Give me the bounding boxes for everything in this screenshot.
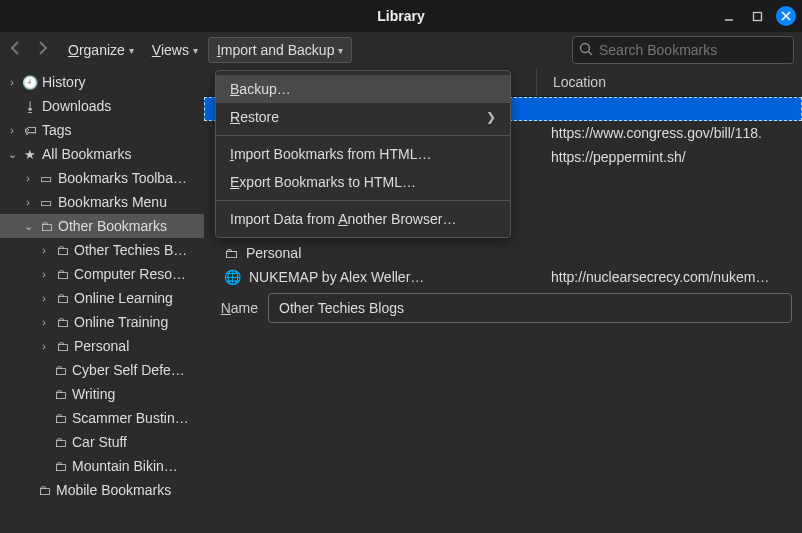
- tree-computer-resources[interactable]: ›🗀Computer Reso…: [0, 262, 204, 286]
- column-location-header[interactable]: Location: [537, 74, 802, 90]
- toolbar: Organize▾ Views▾ Import and Backup▾: [0, 32, 802, 68]
- folder-icon: 🗀: [54, 339, 70, 354]
- tree-tags[interactable]: ›🏷Tags: [0, 118, 204, 142]
- menu-restore[interactable]: Restore❯: [216, 103, 510, 131]
- views-menu-button[interactable]: Views▾: [144, 38, 206, 62]
- details-panel: Name: [204, 289, 802, 327]
- folder-icon: ▭: [38, 171, 54, 186]
- search-input[interactable]: [599, 42, 787, 58]
- window-title: Library: [0, 8, 802, 24]
- tag-icon: 🏷: [22, 123, 38, 138]
- list-row[interactable]: 🗀Personal: [204, 241, 802, 265]
- tree-scammer-busting[interactable]: 🗀Scammer Bustin…: [0, 406, 204, 430]
- menu-import-browser[interactable]: Import Data from Another Browser…: [216, 205, 510, 233]
- menu-import-html[interactable]: Import Bookmarks from HTML…: [216, 140, 510, 168]
- folder-icon: 🗀: [54, 315, 70, 330]
- import-backup-menu-button[interactable]: Import and Backup▾: [208, 37, 353, 63]
- sidebar-tree[interactable]: ›🕘History ⭳Downloads ›🏷Tags ⌄★All Bookma…: [0, 68, 204, 533]
- star-icon: ★: [22, 147, 38, 162]
- tree-all-bookmarks[interactable]: ⌄★All Bookmarks: [0, 142, 204, 166]
- svg-rect-1: [753, 12, 761, 20]
- folder-icon: ▭: [38, 195, 54, 210]
- folder-icon: 🗀: [36, 483, 52, 498]
- folder-icon: 🗀: [224, 245, 238, 261]
- chevron-down-icon: ▾: [193, 45, 198, 56]
- chevron-right-icon: ❯: [486, 110, 496, 124]
- import-backup-dropdown: Backup… Restore❯ Import Bookmarks from H…: [215, 70, 511, 238]
- menu-separator: [216, 135, 510, 136]
- menu-backup[interactable]: Backup…: [216, 75, 510, 103]
- tree-writing[interactable]: 🗀Writing: [0, 382, 204, 406]
- close-button[interactable]: [776, 6, 796, 26]
- tree-history[interactable]: ›🕘History: [0, 70, 204, 94]
- tree-car-stuff[interactable]: 🗀Car Stuff: [0, 430, 204, 454]
- folder-icon: 🗀: [54, 243, 70, 258]
- tree-mobile-bookmarks[interactable]: 🗀Mobile Bookmarks: [0, 478, 204, 502]
- nav-arrows: [6, 40, 52, 61]
- tree-other-techies[interactable]: ›🗀Other Techies B…: [0, 238, 204, 262]
- details-name-label: Name: [214, 300, 258, 316]
- folder-icon: 🗀: [52, 363, 68, 378]
- minimize-button[interactable]: [720, 7, 738, 25]
- library-window: Library Organize▾ Views▾: [0, 0, 802, 533]
- menu-separator: [216, 200, 510, 201]
- menu-export-html[interactable]: Export Bookmarks to HTML…: [216, 168, 510, 196]
- tree-bookmarks-toolbar[interactable]: ›▭Bookmarks Toolba…: [0, 166, 204, 190]
- tree-personal[interactable]: ›🗀Personal: [0, 334, 204, 358]
- tree-mountain-biking[interactable]: 🗀Mountain Bikin…: [0, 454, 204, 478]
- maximize-button[interactable]: [748, 7, 766, 25]
- folder-icon: 🗀: [52, 459, 68, 474]
- window-controls: [720, 6, 796, 26]
- folder-icon: 🗀: [54, 291, 70, 306]
- chevron-down-icon: ▾: [338, 45, 343, 56]
- titlebar: Library: [0, 0, 802, 32]
- forward-button[interactable]: [32, 40, 52, 61]
- svg-point-4: [581, 43, 590, 52]
- folder-icon: 🗀: [52, 387, 68, 402]
- svg-line-5: [589, 51, 593, 55]
- search-box[interactable]: [572, 36, 794, 64]
- folder-icon: 🗀: [54, 267, 70, 282]
- tree-bookmarks-menu[interactable]: ›▭Bookmarks Menu: [0, 190, 204, 214]
- organize-menu-button[interactable]: Organize▾: [60, 38, 142, 62]
- folder-icon: 🗀: [38, 219, 54, 234]
- list-row[interactable]: 🌐NUKEMAP by Alex Weller… http://nuclears…: [204, 265, 802, 289]
- tree-online-training[interactable]: ›🗀Online Training: [0, 310, 204, 334]
- folder-icon: 🗀: [52, 411, 68, 426]
- chevron-down-icon: ▾: [129, 45, 134, 56]
- tree-cyber-self-defense[interactable]: 🗀Cyber Self Defe…: [0, 358, 204, 382]
- tree-online-learning[interactable]: ›🗀Online Learning: [0, 286, 204, 310]
- clock-icon: 🕘: [22, 75, 38, 90]
- back-button[interactable]: [6, 40, 26, 61]
- details-name-input[interactable]: [268, 293, 792, 323]
- folder-icon: 🗀: [52, 435, 68, 450]
- download-icon: ⭳: [22, 99, 38, 114]
- tree-other-bookmarks[interactable]: ⌄🗀Other Bookmarks: [0, 214, 204, 238]
- search-icon: [579, 42, 593, 59]
- tree-downloads[interactable]: ⭳Downloads: [0, 94, 204, 118]
- globe-icon: 🌐: [224, 269, 241, 285]
